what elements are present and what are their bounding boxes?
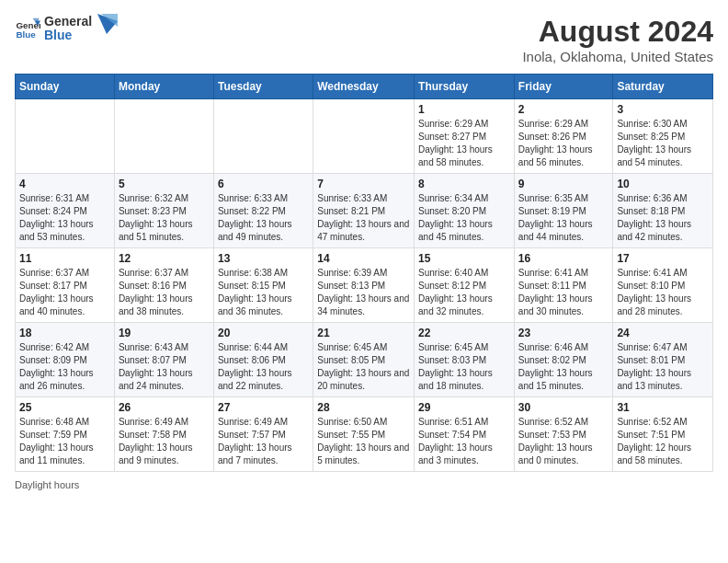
day-info: Sunrise: 6:39 AM Sunset: 8:13 PM Dayligh…: [317, 267, 410, 318]
calendar-cell: 8Sunrise: 6:34 AM Sunset: 8:20 PM Daylig…: [415, 174, 515, 248]
day-number: 25: [19, 401, 110, 414]
calendar-cell: 24Sunrise: 6:47 AM Sunset: 8:01 PM Dayli…: [613, 323, 713, 397]
logo-line1: General: [44, 15, 92, 29]
day-number: 10: [617, 178, 709, 190]
day-number: 16: [518, 252, 609, 265]
calendar-cell: 12Sunrise: 6:37 AM Sunset: 8:16 PM Dayli…: [114, 248, 213, 323]
day-info: Sunrise: 6:50 AM Sunset: 7:55 PM Dayligh…: [317, 416, 410, 467]
day-info: Sunrise: 6:38 AM Sunset: 8:15 PM Dayligh…: [218, 267, 309, 318]
calendar-cell: [16, 99, 115, 174]
day-info: Sunrise: 6:48 AM Sunset: 7:59 PM Dayligh…: [19, 416, 110, 467]
day-info: Sunrise: 6:41 AM Sunset: 8:10 PM Dayligh…: [617, 267, 709, 318]
header-cell: Wednesday: [313, 75, 415, 99]
day-number: 31: [617, 401, 709, 414]
calendar-cell: 15Sunrise: 6:40 AM Sunset: 8:12 PM Dayli…: [415, 248, 515, 323]
day-number: 24: [617, 327, 709, 339]
calendar-cell: 31Sunrise: 6:52 AM Sunset: 7:51 PM Dayli…: [613, 397, 713, 472]
day-number: 6: [218, 178, 309, 190]
header-cell: Saturday: [613, 75, 713, 99]
day-number: 9: [518, 178, 609, 190]
header-cell: Thursday: [415, 75, 515, 99]
calendar-cell: 19Sunrise: 6:43 AM Sunset: 8:07 PM Dayli…: [114, 323, 213, 397]
calendar-header: SundayMondayTuesdayWednesdayThursdayFrid…: [16, 75, 713, 99]
day-number: 2: [518, 103, 609, 116]
day-info: Sunrise: 6:42 AM Sunset: 8:09 PM Dayligh…: [19, 341, 110, 393]
calendar-title: August 2024: [522, 15, 713, 49]
calendar-subtitle: Inola, Oklahoma, United States: [522, 49, 713, 64]
day-number: 4: [19, 178, 110, 190]
calendar-week-row: 11Sunrise: 6:37 AM Sunset: 8:17 PM Dayli…: [16, 248, 713, 323]
day-info: Sunrise: 6:32 AM Sunset: 8:23 PM Dayligh…: [119, 192, 210, 244]
day-info: Sunrise: 6:36 AM Sunset: 8:18 PM Dayligh…: [617, 192, 709, 244]
calendar-cell: 6Sunrise: 6:33 AM Sunset: 8:22 PM Daylig…: [213, 174, 313, 248]
calendar-cell: 18Sunrise: 6:42 AM Sunset: 8:09 PM Dayli…: [16, 323, 115, 397]
day-info: Sunrise: 6:45 AM Sunset: 8:03 PM Dayligh…: [418, 341, 510, 393]
calendar-cell: 11Sunrise: 6:37 AM Sunset: 8:17 PM Dayli…: [16, 248, 115, 323]
day-number: 7: [317, 178, 410, 190]
calendar-cell: 21Sunrise: 6:45 AM Sunset: 8:05 PM Dayli…: [313, 323, 415, 397]
day-number: 14: [317, 252, 410, 265]
calendar-cell: 2Sunrise: 6:29 AM Sunset: 8:26 PM Daylig…: [514, 99, 613, 174]
calendar-cell: 9Sunrise: 6:35 AM Sunset: 8:19 PM Daylig…: [514, 174, 613, 248]
day-number: 23: [518, 327, 609, 339]
calendar-cell: 29Sunrise: 6:51 AM Sunset: 7:54 PM Dayli…: [415, 397, 515, 472]
day-info: Sunrise: 6:44 AM Sunset: 8:06 PM Dayligh…: [218, 341, 309, 393]
svg-text:Blue: Blue: [16, 29, 36, 40]
logo-line2: Blue: [44, 29, 92, 42]
calendar-cell: 26Sunrise: 6:49 AM Sunset: 7:58 PM Dayli…: [114, 397, 213, 472]
calendar-title-block: August 2024 Inola, Oklahoma, United Stat…: [522, 15, 713, 64]
day-number: 3: [617, 103, 709, 116]
day-info: Sunrise: 6:31 AM Sunset: 8:24 PM Dayligh…: [19, 192, 110, 244]
calendar-table: SundayMondayTuesdayWednesdayThursdayFrid…: [15, 74, 713, 472]
logo-arrow-icon: [97, 14, 118, 34]
day-number: 18: [19, 327, 110, 339]
calendar-week-row: 1Sunrise: 6:29 AM Sunset: 8:27 PM Daylig…: [16, 99, 713, 174]
header-cell: Monday: [114, 75, 213, 99]
calendar-cell: 10Sunrise: 6:36 AM Sunset: 8:18 PM Dayli…: [613, 174, 713, 248]
day-number: 1: [418, 103, 510, 116]
day-info: Sunrise: 6:43 AM Sunset: 8:07 PM Dayligh…: [119, 341, 210, 393]
calendar-cell: 25Sunrise: 6:48 AM Sunset: 7:59 PM Dayli…: [16, 397, 115, 472]
day-info: Sunrise: 6:33 AM Sunset: 8:21 PM Dayligh…: [317, 192, 410, 244]
logo-icon: General Blue: [15, 16, 40, 41]
calendar-cell: 17Sunrise: 6:41 AM Sunset: 8:10 PM Dayli…: [613, 248, 713, 323]
day-number: 26: [119, 401, 210, 414]
footer: Daylight hours: [15, 479, 713, 490]
day-info: Sunrise: 6:52 AM Sunset: 7:53 PM Dayligh…: [518, 416, 609, 467]
day-number: 8: [418, 178, 510, 190]
day-info: Sunrise: 6:47 AM Sunset: 8:01 PM Dayligh…: [617, 341, 709, 393]
day-number: 22: [418, 327, 510, 339]
day-info: Sunrise: 6:35 AM Sunset: 8:19 PM Dayligh…: [518, 192, 609, 244]
calendar-cell: 22Sunrise: 6:45 AM Sunset: 8:03 PM Dayli…: [415, 323, 515, 397]
day-info: Sunrise: 6:37 AM Sunset: 8:16 PM Dayligh…: [119, 267, 210, 318]
day-number: 21: [317, 327, 410, 339]
calendar-cell: [213, 99, 313, 174]
day-info: Sunrise: 6:30 AM Sunset: 8:25 PM Dayligh…: [617, 118, 709, 169]
day-number: 11: [19, 252, 110, 265]
calendar-body: 1Sunrise: 6:29 AM Sunset: 8:27 PM Daylig…: [16, 99, 713, 472]
calendar-week-row: 25Sunrise: 6:48 AM Sunset: 7:59 PM Dayli…: [16, 397, 713, 472]
day-info: Sunrise: 6:45 AM Sunset: 8:05 PM Dayligh…: [317, 341, 410, 393]
day-info: Sunrise: 6:41 AM Sunset: 8:11 PM Dayligh…: [518, 267, 609, 318]
day-number: 15: [418, 252, 510, 265]
calendar-cell: 1Sunrise: 6:29 AM Sunset: 8:27 PM Daylig…: [415, 99, 515, 174]
calendar-cell: 30Sunrise: 6:52 AM Sunset: 7:53 PM Dayli…: [514, 397, 613, 472]
header-cell: Tuesday: [213, 75, 313, 99]
day-info: Sunrise: 6:49 AM Sunset: 7:57 PM Dayligh…: [218, 416, 309, 467]
calendar-cell: 28Sunrise: 6:50 AM Sunset: 7:55 PM Dayli…: [313, 397, 415, 472]
calendar-cell: [114, 99, 213, 174]
footer-text: Daylight hours: [15, 479, 79, 490]
calendar-cell: 13Sunrise: 6:38 AM Sunset: 8:15 PM Dayli…: [213, 248, 313, 323]
calendar-cell: 3Sunrise: 6:30 AM Sunset: 8:25 PM Daylig…: [613, 99, 713, 174]
calendar-cell: 20Sunrise: 6:44 AM Sunset: 8:06 PM Dayli…: [213, 323, 313, 397]
calendar-cell: 27Sunrise: 6:49 AM Sunset: 7:57 PM Dayli…: [213, 397, 313, 472]
day-number: 27: [218, 401, 309, 414]
day-number: 5: [119, 178, 210, 190]
day-number: 30: [518, 401, 609, 414]
header-cell: Sunday: [16, 75, 115, 99]
calendar-cell: 16Sunrise: 6:41 AM Sunset: 8:11 PM Dayli…: [514, 248, 613, 323]
calendar-week-row: 18Sunrise: 6:42 AM Sunset: 8:09 PM Dayli…: [16, 323, 713, 397]
day-number: 20: [218, 327, 309, 339]
calendar-cell: 4Sunrise: 6:31 AM Sunset: 8:24 PM Daylig…: [16, 174, 115, 248]
day-info: Sunrise: 6:52 AM Sunset: 7:51 PM Dayligh…: [617, 416, 709, 467]
